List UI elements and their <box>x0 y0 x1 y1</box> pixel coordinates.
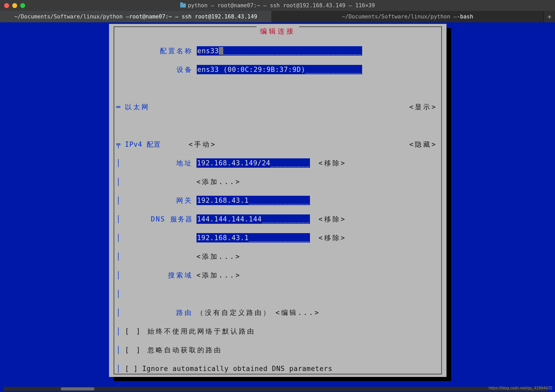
tab-bash[interactable]: ~/Documents/Software/linux/python — -bas… <box>272 11 544 22</box>
gateway-input[interactable]: 192.168.43.1______________ <box>197 196 310 205</box>
tab-ssh[interactable]: ~/Documents/Software/linux/python — root… <box>0 11 272 22</box>
ethernet-show-button[interactable]: <显示> <box>409 102 437 112</box>
device-label: 设备 <box>116 65 197 74</box>
traffic-lights <box>4 3 25 8</box>
ethernet-section: ═ 以太网 <box>116 102 150 112</box>
window-titlebar: python — root@name07:~ — ssh root@192.16… <box>0 0 555 11</box>
search-domain-label: 搜索域 <box>121 271 197 280</box>
profile-name-input[interactable]: ens33 ________________________________ <box>197 46 362 56</box>
ipv4-mode-select[interactable]: <手动> <box>189 140 216 149</box>
tab-bar: ~/Documents/Software/linux/python — root… <box>0 11 555 22</box>
dns1-input[interactable]: 144.144.144.144___________ <box>197 214 310 224</box>
terminal-area: 编辑连接 配置名称ens33 _________________________… <box>0 22 555 392</box>
tab-bash-title: -bash <box>457 13 473 20</box>
dns2-input[interactable]: 192.168.43.1______________ <box>197 233 310 242</box>
dns1-remove-button[interactable]: <移除> <box>319 214 346 224</box>
profile-name-label: 配置名称 <box>116 46 197 56</box>
search-domain-add-button[interactable]: <添加...> <box>197 271 241 280</box>
maximize-icon[interactable] <box>20 3 25 8</box>
route-edit-button[interactable]: <编辑...> <box>275 308 320 317</box>
window-title: python — root@name07:~ — ssh root@192.16… <box>0 2 555 9</box>
horizontal-scrollbar[interactable] <box>4 387 548 391</box>
minimize-icon[interactable] <box>12 3 17 8</box>
watermark-text: https://blog.csdn.net/qq_41964425 <box>489 386 552 390</box>
tab-add-button[interactable]: + <box>544 11 555 22</box>
plus-icon: + <box>547 13 552 21</box>
ipv4-section: ╤ IPv4 配置 <box>116 140 161 149</box>
dialog-content: 配置名称ens33 ______________________________… <box>116 37 439 392</box>
route-label: 路由 <box>121 308 197 317</box>
checkbox-never-default[interactable]: [ ] 始终不使用此网络于默认路由 <box>125 327 255 336</box>
close-icon[interactable] <box>4 3 9 8</box>
window-title-text: python — root@name07:~ — ssh root@192.16… <box>188 2 375 9</box>
address-add-button[interactable]: <添加...> <box>197 177 241 186</box>
address-input[interactable]: 192.168.43.149/24_________ <box>197 158 310 168</box>
route-none-text: （没有自定义路由） <box>197 308 271 317</box>
dns-label: DNS 服务器 <box>121 214 197 224</box>
device-input[interactable]: ens33 (00:0C:29:9B:37:9D)_____________ <box>197 65 362 74</box>
nmtui-dialog: 编辑连接 配置名称ens33 _________________________… <box>109 24 446 377</box>
folder-icon <box>180 3 186 8</box>
address-label: 地址 <box>121 158 197 168</box>
gateway-label: 网关 <box>121 196 197 205</box>
dialog-title: 编辑连接 <box>256 26 299 36</box>
tab-bash-prefix: ~/Documents/Software/linux/python — <box>342 13 457 20</box>
address-remove-button[interactable]: <移除> <box>319 158 346 168</box>
checkbox-ignore-routes[interactable]: [ ] 忽略自动获取的路由 <box>125 345 222 355</box>
ipv4-hide-button[interactable]: <隐藏> <box>409 140 437 149</box>
dns-add-button[interactable]: <添加...> <box>197 252 241 261</box>
dns2-remove-button[interactable]: <移除> <box>319 233 346 242</box>
tab-ssh-prefix: ~/Documents/Software/linux/python — <box>14 13 129 20</box>
tab-ssh-title: root@name07:~ — ssh root@192.168.43.149 <box>129 13 257 20</box>
checkbox-ignore-dns[interactable]: [ ] Ignore automatically obtained DNS pa… <box>125 364 332 373</box>
horizontal-scrollbar-thumb[interactable] <box>61 387 94 390</box>
